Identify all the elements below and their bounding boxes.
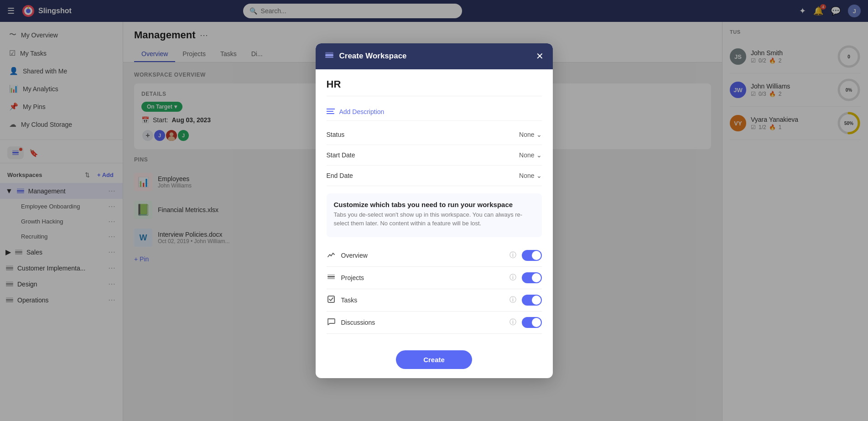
tab-toggle-overview: Overview ⓘ (327, 244, 542, 267)
status-dropdown[interactable]: None ⌄ (519, 131, 541, 138)
modal-footer: Create (316, 343, 553, 378)
start-date-modal-label: Start Date (327, 151, 520, 159)
toggle-discussions[interactable] (522, 317, 542, 328)
tab-toggle-label-tasks: Tasks (341, 296, 504, 304)
info-icon-discussions[interactable]: ⓘ (509, 318, 516, 327)
info-icon-projects[interactable]: ⓘ (509, 273, 516, 282)
customize-desc: Tabs you de-select won't show up in this… (334, 210, 535, 228)
tab-toggle-discussions: Discussions ⓘ (327, 312, 542, 334)
svg-rect-32 (325, 56, 333, 58)
discussions-tab-icon (327, 317, 336, 327)
svg-rect-39 (327, 274, 335, 275)
add-desc-lines-icon (327, 108, 335, 116)
tab-toggle-projects: Projects ⓘ (327, 267, 542, 289)
create-button[interactable]: Create (396, 350, 472, 369)
chevron-down-icon: ⌄ (536, 131, 542, 138)
modal-title: Create Workspace (339, 52, 530, 61)
tasks-tab-icon (327, 295, 336, 305)
tab-toggle-label-overview: Overview (341, 252, 504, 259)
workspace-name-field[interactable]: HR (327, 78, 542, 96)
toggle-tasks[interactable] (522, 295, 542, 306)
modal-body: HR Add Description Status None ⌄ (316, 69, 553, 343)
chevron-down-icon-start: ⌄ (536, 151, 542, 159)
modal-header: Create Workspace ✕ (316, 43, 553, 69)
overview-tab-icon (327, 250, 336, 260)
info-icon-tasks[interactable]: ⓘ (509, 296, 516, 304)
add-description-label: Add Description (339, 108, 385, 115)
modal-close-button[interactable]: ✕ (536, 52, 544, 61)
projects-tab-icon (327, 273, 336, 283)
start-date-field: Start Date None ⌄ (327, 145, 542, 166)
status-label: Status (327, 131, 520, 138)
start-date-dropdown[interactable]: None ⌄ (519, 151, 541, 159)
toggle-overview[interactable] (522, 250, 542, 261)
svg-rect-37 (327, 276, 335, 277)
customize-title: Customize which tabs you need to run you… (334, 201, 535, 208)
customize-section: Customize which tabs you need to run you… (327, 193, 542, 237)
end-date-label: End Date (327, 172, 520, 179)
status-field: Status None ⌄ (327, 125, 542, 145)
svg-rect-38 (327, 278, 335, 279)
end-date-dropdown[interactable]: None ⌄ (519, 172, 541, 179)
create-workspace-modal: Create Workspace ✕ HR Add Description St (316, 43, 553, 378)
modal-header-layers-icon (325, 51, 334, 62)
modal-overlay[interactable]: Create Workspace ✕ HR Add Description St (0, 0, 868, 421)
info-icon-overview[interactable]: ⓘ (509, 251, 516, 260)
end-date-field: End Date None ⌄ (327, 166, 542, 186)
tab-toggle-label-discussions: Discussions (341, 319, 504, 326)
svg-rect-33 (325, 52, 333, 54)
svg-rect-31 (325, 54, 333, 56)
chevron-down-icon-end: ⌄ (536, 172, 542, 179)
tab-toggle-tasks: Tasks ⓘ (327, 289, 542, 312)
toggle-projects[interactable] (522, 272, 542, 283)
add-description-button[interactable]: Add Description (327, 104, 542, 121)
tab-toggle-label-projects: Projects (341, 274, 504, 281)
